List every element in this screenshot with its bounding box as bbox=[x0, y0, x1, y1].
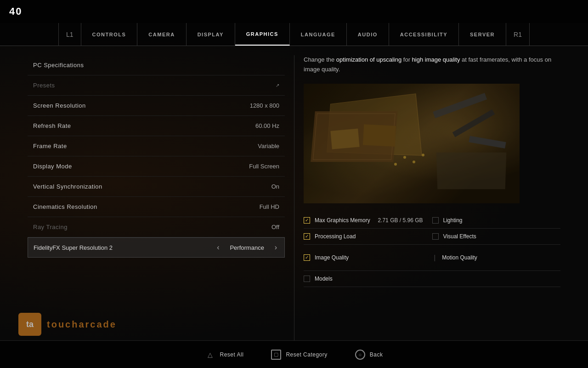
max-graphics-memory-label: Max Graphics Memory bbox=[315, 217, 373, 224]
stat-processing-load: ✓ Processing Load bbox=[304, 229, 432, 245]
nav-accessibility[interactable]: ACCESSIBILITY bbox=[389, 23, 459, 46]
fidelity-label: FidelityFX Super Resolution 2 bbox=[34, 244, 113, 251]
nav-controls[interactable]: CONTROLS bbox=[81, 23, 138, 46]
reset-category-label: Reset Category bbox=[286, 351, 327, 358]
lighting-check bbox=[432, 217, 439, 224]
stat-image-quality: ✓ Image Quality bbox=[304, 245, 432, 271]
vsync-label: Vertical Synchronization bbox=[33, 183, 102, 190]
left-panel: PC Specifications Presets ↗ Screen Resol… bbox=[28, 55, 285, 340]
max-graphics-memory-value: 2.71 GB / 5.96 GB bbox=[378, 217, 423, 224]
back-action[interactable]: ○ Back bbox=[355, 350, 383, 360]
vertical-divider bbox=[294, 55, 294, 340]
frame-rate-value: Variable bbox=[258, 143, 279, 150]
settings-cinematics[interactable]: Cinematics Resolution Full HD bbox=[28, 197, 285, 217]
stat-models: Models bbox=[304, 271, 432, 287]
settings-list: PC Specifications Presets ↗ Screen Resol… bbox=[28, 55, 285, 258]
image-quality-check: ✓ bbox=[304, 254, 310, 261]
ray-tracing-label: Ray Tracing bbox=[33, 224, 68, 230]
back-label: Back bbox=[370, 351, 383, 358]
triangle-icon: △ bbox=[205, 350, 215, 360]
reset-category-action[interactable]: ▢ Reset Category bbox=[271, 350, 327, 360]
ray-tracing-value: Off bbox=[271, 224, 279, 230]
fidelity-prev-button[interactable]: ‹ bbox=[215, 243, 221, 252]
preview-svg bbox=[304, 84, 520, 203]
settings-pc-specs[interactable]: PC Specifications bbox=[28, 55, 285, 75]
processing-load-check: ✓ bbox=[304, 233, 310, 240]
square-icon: ▢ bbox=[271, 350, 281, 360]
max-graphics-memory-check: ✓ bbox=[304, 217, 310, 224]
visual-effects-label: Visual Effects bbox=[443, 233, 561, 240]
cinematics-value: Full HD bbox=[260, 203, 279, 210]
settings-resolution[interactable]: Screen Resolution 588 x 368 bbox=[28, 96, 285, 116]
resolution-label: Screen Resolution bbox=[33, 102, 86, 109]
svg-rect-11 bbox=[304, 84, 520, 203]
main-content: PC Specifications Presets ↗ Screen Resol… bbox=[0, 46, 588, 340]
l1-icon[interactable]: L1 bbox=[58, 23, 81, 46]
fidelity-value: Performance bbox=[229, 244, 266, 251]
refresh-rate-label: Refresh Rate bbox=[33, 122, 71, 129]
nav-graphics[interactable]: GRAPHICS bbox=[235, 23, 290, 46]
nav-bar: L1 CONTROLS CAMERA DISPLAY GRAPHICS LANG… bbox=[0, 23, 588, 46]
nav-language[interactable]: LANGUAGE bbox=[290, 23, 347, 46]
resolution-value: 588 x 368 bbox=[250, 102, 279, 109]
r1-icon[interactable]: R1 bbox=[506, 23, 530, 46]
stat-motion-quality: | Motion Quality bbox=[432, 245, 561, 271]
motion-quality-label: Motion Quality bbox=[442, 254, 560, 261]
nav-camera[interactable]: CAMERA bbox=[137, 23, 186, 46]
processing-load-label: Processing Load bbox=[315, 233, 423, 240]
stat-max-graphics-memory: ✓ Max Graphics Memory 2.71 GB / 5.96 GB bbox=[304, 213, 432, 229]
top-bar: 40 bbox=[0, 0, 588, 23]
display-mode-label: Display Mode bbox=[33, 163, 72, 170]
right-panel: Change the optimization of upscaling for… bbox=[304, 55, 560, 340]
fidelity-next-button[interactable]: › bbox=[273, 243, 279, 252]
motion-quality-divider: | bbox=[432, 249, 438, 266]
settings-vsync[interactable]: Vertical Synchronization On bbox=[28, 177, 285, 197]
nav-server[interactable]: SERVER bbox=[459, 23, 506, 46]
nav-display[interactable]: DISPLAY bbox=[187, 23, 235, 46]
settings-refresh-rate[interactable]: Refresh Rate 60.00 Hz bbox=[28, 116, 285, 136]
display-mode-value: Full Screen bbox=[249, 163, 279, 170]
models-label: Models bbox=[315, 276, 423, 282]
models-check bbox=[304, 276, 310, 282]
settings-presets[interactable]: Presets ↗ bbox=[28, 75, 285, 96]
image-quality-label: Image Quality bbox=[315, 254, 423, 261]
fidelity-row[interactable]: FidelityFX Super Resolution 2 ‹ Performa… bbox=[28, 237, 285, 258]
settings-display-mode[interactable]: Display Mode Full Screen bbox=[28, 156, 285, 177]
fidelity-control: ‹ Performance › bbox=[215, 243, 279, 252]
reset-all-action[interactable]: △ Reset All bbox=[205, 350, 244, 360]
visual-effects-check bbox=[432, 233, 439, 240]
frame-rate-label: Frame Rate bbox=[33, 143, 67, 150]
score-display: 40 bbox=[9, 6, 22, 17]
settings-frame-rate[interactable]: Frame Rate Variable bbox=[28, 136, 285, 156]
stat-empty bbox=[432, 271, 561, 287]
pc-specs-label: PC Specifications bbox=[33, 62, 84, 69]
stats-grid: ✓ Max Graphics Memory 2.71 GB / 5.96 GB … bbox=[304, 213, 560, 287]
stat-lighting: Lighting bbox=[432, 213, 561, 229]
settings-ray-tracing[interactable]: Ray Tracing Off bbox=[28, 217, 285, 237]
reset-all-label: Reset All bbox=[220, 351, 244, 358]
external-link-icon: ↗ bbox=[276, 83, 279, 88]
preview-image bbox=[304, 84, 520, 203]
lighting-label: Lighting bbox=[443, 217, 561, 224]
vsync-value: On bbox=[271, 183, 279, 190]
description-text: Change the optimization of upscaling for… bbox=[304, 55, 560, 75]
stat-visual-effects: Visual Effects bbox=[432, 229, 561, 245]
refresh-rate-value: 60.00 Hz bbox=[255, 122, 279, 129]
presets-label: Presets bbox=[33, 82, 55, 89]
nav-audio[interactable]: AUDIO bbox=[347, 23, 389, 46]
circle-icon: ○ bbox=[355, 350, 365, 360]
bottom-bar: △ Reset All ▢ Reset Category ○ Back bbox=[0, 340, 588, 368]
cinematics-label: Cinematics Resolution bbox=[33, 203, 97, 210]
